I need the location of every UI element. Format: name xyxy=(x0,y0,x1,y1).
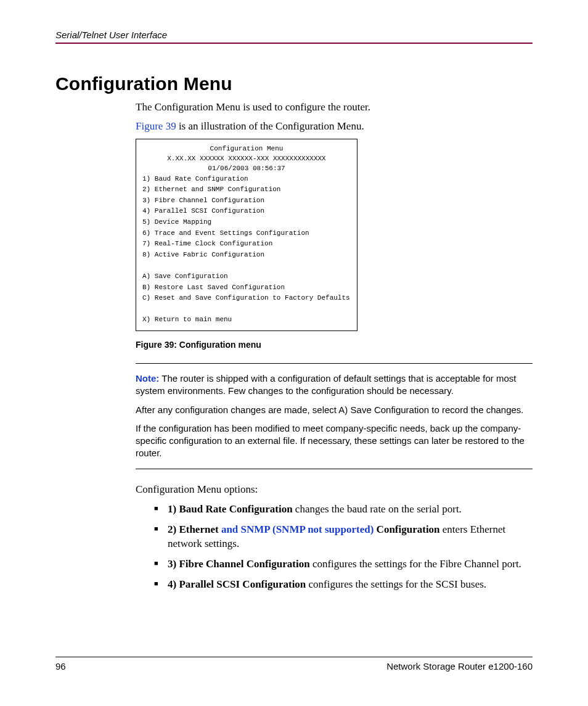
list-item: 3) Fibre Channel Configuration configure… xyxy=(154,557,533,572)
page-container: Serial/Telnet User Interface Configurati… xyxy=(0,0,588,706)
option-desc: changes the baud rate on the serial port… xyxy=(293,503,462,515)
list-item: 1) Baud Rate Configuration changes the b… xyxy=(154,503,533,517)
terminal-menu-box: Configuration Menu X.XX.XX XXXXXX XXXXXX… xyxy=(136,139,357,331)
footer-doc-title: Network Storage Router e1200-160 xyxy=(386,661,533,671)
figure-reference-link[interactable]: Figure 39 xyxy=(136,120,176,132)
options-intro: Configuration Menu options: xyxy=(136,483,533,497)
note-text-1: The router is shipped with a configurati… xyxy=(136,373,517,396)
body-content: The Configuration Menu is used to config… xyxy=(136,101,533,592)
note-paragraph-2: After any configuration changes are made… xyxy=(136,404,533,416)
menu-title-line3: 01/06/2003 08:56:37 xyxy=(142,164,351,174)
option-label-part2: Configuration xyxy=(377,523,440,535)
option-snmp-note: and SNMP (SNMP not supported) xyxy=(221,523,377,535)
page-number: 96 xyxy=(55,661,66,671)
figure-caption: Figure 39: Configuration menu xyxy=(136,340,533,350)
option-label-part1: 2) Ethernet xyxy=(168,523,221,535)
list-item: 2) Ethernet and SNMP (SNMP not supported… xyxy=(154,523,533,551)
option-label: 4) Parallel SCSI Configuration xyxy=(168,578,306,590)
intro-paragraph-2: Figure 39 is an illustration of the Conf… xyxy=(136,120,533,134)
option-label: 3) Fibre Channel Configuration xyxy=(168,558,310,570)
option-label: 1) Baud Rate Configuration xyxy=(168,503,293,515)
intro-text-rest: is an illustration of the Configuration … xyxy=(176,120,364,132)
list-item: 4) Parallel SCSI Configuration configure… xyxy=(154,578,533,592)
section-heading: Configuration Menu xyxy=(55,73,533,94)
note-paragraph-3: If the configuration has been modified t… xyxy=(136,422,533,460)
options-list: 1) Baud Rate Configuration changes the b… xyxy=(154,503,533,592)
intro-paragraph-1: The Configuration Menu is used to config… xyxy=(136,101,533,115)
option-desc: configures the settings for the Fibre Ch… xyxy=(310,558,521,570)
running-header: Serial/Telnet User Interface xyxy=(55,30,533,44)
menu-items: 1) Baud Rate Configuration 2) Ethernet a… xyxy=(142,174,351,326)
menu-title-line2: X.XX.XX XXXXXX XXXXXX-XXX XXXXXXXXXXXXX xyxy=(142,154,351,164)
page-footer: 96 Network Storage Router e1200-160 xyxy=(55,657,533,671)
note-label: Note: xyxy=(136,373,159,384)
menu-title-line1: Configuration Menu xyxy=(142,144,351,154)
note-paragraph-1: Note: The router is shipped with a confi… xyxy=(136,372,533,398)
option-desc: configures the settings for the SCSI bus… xyxy=(306,578,486,590)
note-block: Note: The router is shipped with a confi… xyxy=(136,363,533,469)
